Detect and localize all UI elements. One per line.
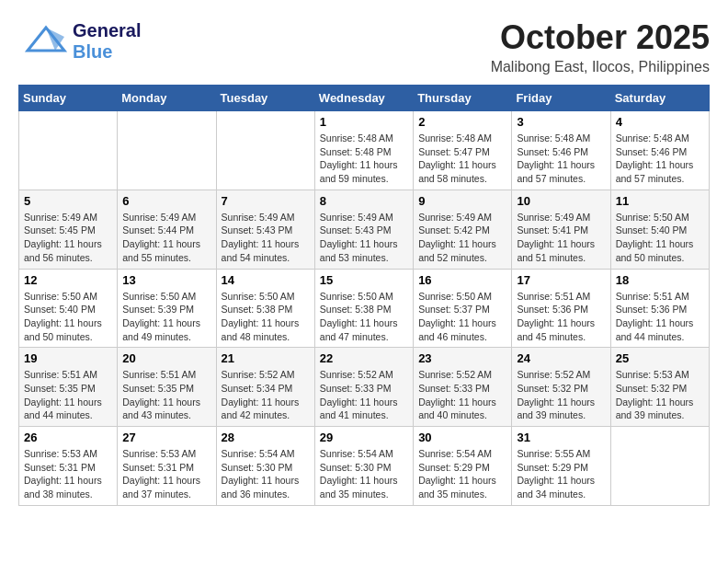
day-number: 22 <box>320 351 408 365</box>
location-title: Malibong East, Ilocos, Philippines <box>491 59 710 75</box>
day-info: Sunrise: 5:53 AM Sunset: 5:31 PM Dayligh… <box>122 447 210 501</box>
day-number: 7 <box>222 194 310 208</box>
header-sunday: Sunday <box>19 86 118 111</box>
table-row <box>118 111 216 190</box>
day-info: Sunrise: 5:50 AM Sunset: 5:38 PM Dayligh… <box>320 290 408 344</box>
table-row: 10Sunrise: 5:49 AM Sunset: 5:41 PM Dayli… <box>512 190 610 269</box>
table-row: 5Sunrise: 5:49 AM Sunset: 5:45 PM Daylig… <box>19 190 118 269</box>
table-row: 23Sunrise: 5:52 AM Sunset: 5:33 PM Dayli… <box>414 348 512 427</box>
day-info: Sunrise: 5:51 AM Sunset: 5:35 PM Dayligh… <box>122 368 210 422</box>
calendar-table: Sunday Monday Tuesday Wednesday Thursday… <box>18 85 710 506</box>
day-info: Sunrise: 5:52 AM Sunset: 5:33 PM Dayligh… <box>320 368 408 422</box>
day-info: Sunrise: 5:54 AM Sunset: 5:30 PM Dayligh… <box>320 447 408 501</box>
table-row: 9Sunrise: 5:49 AM Sunset: 5:42 PM Daylig… <box>414 190 512 269</box>
table-row: 28Sunrise: 5:54 AM Sunset: 5:30 PM Dayli… <box>216 427 314 506</box>
logo: General Blue <box>18 18 141 64</box>
day-info: Sunrise: 5:51 AM Sunset: 5:36 PM Dayligh… <box>616 290 704 344</box>
day-info: Sunrise: 5:49 AM Sunset: 5:43 PM Dayligh… <box>222 211 310 265</box>
table-row <box>19 111 118 190</box>
table-row: 18Sunrise: 5:51 AM Sunset: 5:36 PM Dayli… <box>610 269 709 348</box>
page-header: General Blue October 2025 Malibong East,… <box>18 18 710 75</box>
table-row: 31Sunrise: 5:55 AM Sunset: 5:29 PM Dayli… <box>512 427 610 506</box>
day-info: Sunrise: 5:53 AM Sunset: 5:31 PM Dayligh… <box>24 447 112 501</box>
day-info: Sunrise: 5:48 AM Sunset: 5:47 PM Dayligh… <box>418 132 506 186</box>
day-number: 25 <box>616 351 704 365</box>
day-number: 27 <box>122 431 210 444</box>
header-wednesday: Wednesday <box>314 86 413 111</box>
day-info: Sunrise: 5:49 AM Sunset: 5:45 PM Dayligh… <box>24 211 112 265</box>
day-info: Sunrise: 5:51 AM Sunset: 5:35 PM Dayligh… <box>24 368 112 422</box>
day-info: Sunrise: 5:49 AM Sunset: 5:44 PM Dayligh… <box>122 211 210 265</box>
day-info: Sunrise: 5:54 AM Sunset: 5:29 PM Dayligh… <box>418 447 506 501</box>
table-row <box>610 427 709 506</box>
table-row: 19Sunrise: 5:51 AM Sunset: 5:35 PM Dayli… <box>19 348 118 427</box>
day-number: 20 <box>122 351 210 365</box>
day-info: Sunrise: 5:49 AM Sunset: 5:42 PM Dayligh… <box>418 211 506 265</box>
day-number: 16 <box>418 273 506 287</box>
day-info: Sunrise: 5:50 AM Sunset: 5:37 PM Dayligh… <box>418 290 506 344</box>
header-tuesday: Tuesday <box>216 86 314 111</box>
table-row <box>216 111 314 190</box>
table-row: 2Sunrise: 5:48 AM Sunset: 5:47 PM Daylig… <box>414 111 512 190</box>
header-saturday: Saturday <box>610 86 709 111</box>
title-area: October 2025 Malibong East, Ilocos, Phil… <box>491 18 710 75</box>
table-row: 25Sunrise: 5:53 AM Sunset: 5:32 PM Dayli… <box>610 348 709 427</box>
header-monday: Monday <box>118 86 216 111</box>
table-row: 22Sunrise: 5:52 AM Sunset: 5:33 PM Dayli… <box>314 348 413 427</box>
day-info: Sunrise: 5:50 AM Sunset: 5:40 PM Dayligh… <box>616 211 704 265</box>
day-number: 21 <box>222 351 310 365</box>
day-number: 11 <box>616 194 704 208</box>
day-number: 6 <box>122 194 210 208</box>
day-number: 1 <box>320 115 408 129</box>
day-info: Sunrise: 5:49 AM Sunset: 5:41 PM Dayligh… <box>517 211 605 265</box>
day-number: 8 <box>320 194 408 208</box>
table-row: 14Sunrise: 5:50 AM Sunset: 5:38 PM Dayli… <box>216 269 314 348</box>
table-row: 1Sunrise: 5:48 AM Sunset: 5:48 PM Daylig… <box>314 111 413 190</box>
table-row: 26Sunrise: 5:53 AM Sunset: 5:31 PM Dayli… <box>19 427 118 506</box>
day-number: 19 <box>24 351 112 365</box>
table-row: 6Sunrise: 5:49 AM Sunset: 5:44 PM Daylig… <box>118 190 216 269</box>
header-thursday: Thursday <box>414 86 512 111</box>
table-row: 13Sunrise: 5:50 AM Sunset: 5:39 PM Dayli… <box>118 269 216 348</box>
table-row: 29Sunrise: 5:54 AM Sunset: 5:30 PM Dayli… <box>314 427 413 506</box>
table-row: 12Sunrise: 5:50 AM Sunset: 5:40 PM Dayli… <box>19 269 118 348</box>
month-title: October 2025 <box>491 18 710 57</box>
day-info: Sunrise: 5:48 AM Sunset: 5:46 PM Dayligh… <box>616 132 704 186</box>
day-number: 9 <box>418 194 506 208</box>
table-row: 11Sunrise: 5:50 AM Sunset: 5:40 PM Dayli… <box>610 190 709 269</box>
table-row: 24Sunrise: 5:52 AM Sunset: 5:32 PM Dayli… <box>512 348 610 427</box>
calendar-week-4: 19Sunrise: 5:51 AM Sunset: 5:35 PM Dayli… <box>19 348 710 427</box>
day-number: 17 <box>517 273 605 287</box>
day-number: 2 <box>418 115 506 129</box>
day-info: Sunrise: 5:50 AM Sunset: 5:39 PM Dayligh… <box>122 290 210 344</box>
day-info: Sunrise: 5:50 AM Sunset: 5:38 PM Dayligh… <box>222 290 310 344</box>
table-row: 17Sunrise: 5:51 AM Sunset: 5:36 PM Dayli… <box>512 269 610 348</box>
logo-icon <box>18 18 69 64</box>
day-number: 10 <box>517 194 605 208</box>
table-row: 21Sunrise: 5:52 AM Sunset: 5:34 PM Dayli… <box>216 348 314 427</box>
table-row: 20Sunrise: 5:51 AM Sunset: 5:35 PM Dayli… <box>118 348 216 427</box>
table-row: 16Sunrise: 5:50 AM Sunset: 5:37 PM Dayli… <box>414 269 512 348</box>
day-info: Sunrise: 5:48 AM Sunset: 5:46 PM Dayligh… <box>517 132 605 186</box>
table-row: 27Sunrise: 5:53 AM Sunset: 5:31 PM Dayli… <box>118 427 216 506</box>
table-row: 7Sunrise: 5:49 AM Sunset: 5:43 PM Daylig… <box>216 190 314 269</box>
day-info: Sunrise: 5:52 AM Sunset: 5:32 PM Dayligh… <box>517 368 605 422</box>
day-number: 31 <box>517 431 605 444</box>
day-number: 14 <box>222 273 310 287</box>
table-row: 30Sunrise: 5:54 AM Sunset: 5:29 PM Dayli… <box>414 427 512 506</box>
day-number: 26 <box>24 431 112 444</box>
day-number: 28 <box>222 431 310 444</box>
calendar-week-5: 26Sunrise: 5:53 AM Sunset: 5:31 PM Dayli… <box>19 427 710 506</box>
calendar-week-2: 5Sunrise: 5:49 AM Sunset: 5:45 PM Daylig… <box>19 190 710 269</box>
table-row: 4Sunrise: 5:48 AM Sunset: 5:46 PM Daylig… <box>610 111 709 190</box>
day-number: 30 <box>418 431 506 444</box>
day-info: Sunrise: 5:48 AM Sunset: 5:48 PM Dayligh… <box>320 132 408 186</box>
day-number: 12 <box>24 273 112 287</box>
day-number: 18 <box>616 273 704 287</box>
day-number: 3 <box>517 115 605 129</box>
day-number: 13 <box>122 273 210 287</box>
day-number: 24 <box>517 351 605 365</box>
day-number: 23 <box>418 351 506 365</box>
day-info: Sunrise: 5:52 AM Sunset: 5:33 PM Dayligh… <box>418 368 506 422</box>
table-row: 15Sunrise: 5:50 AM Sunset: 5:38 PM Dayli… <box>314 269 413 348</box>
